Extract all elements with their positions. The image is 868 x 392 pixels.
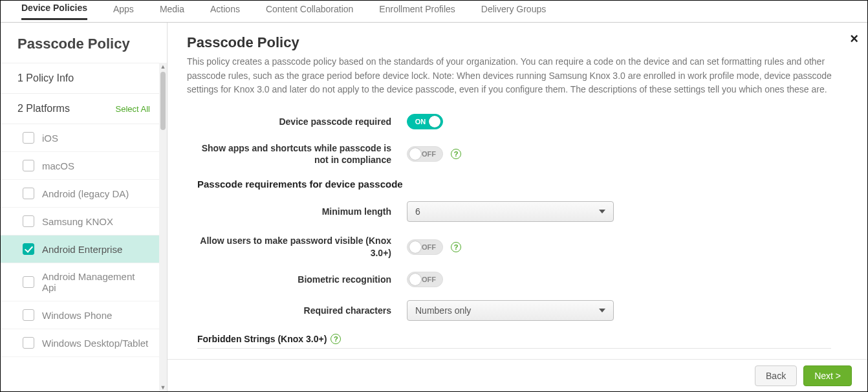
wizard-sidebar: Passcode Policy 1 Policy Info 2 Platform… — [1, 23, 168, 391]
platform-label: Android Management Api — [42, 271, 150, 293]
platform-windows-phone[interactable]: Windows Phone — [1, 301, 167, 329]
platform-windows-desktop[interactable]: Windows Desktop/Tablet — [1, 329, 167, 357]
toggle-text: OFF — [422, 276, 436, 283]
step-policy-info-label: 1 Policy Info — [17, 72, 74, 84]
dropdown-minimum-length[interactable]: 6 — [407, 201, 614, 222]
row-device-passcode-required: Device passcode required ON — [187, 114, 841, 129]
platform-android-mgmt-api[interactable]: Android Management Api — [1, 263, 167, 301]
step-platforms[interactable]: 2 Platforms Select All — [1, 94, 167, 124]
chevron-down-icon[interactable]: ▼ — [159, 384, 167, 391]
row-minimum-length: Minimum length 6 — [187, 201, 841, 222]
back-button[interactable]: Back — [755, 365, 797, 386]
chevron-down-icon — [599, 210, 605, 213]
toggle-text: ON — [415, 118, 426, 125]
checkbox-icon[interactable] — [23, 215, 34, 227]
dropdown-required-characters[interactable]: Numbers only — [407, 300, 614, 321]
sidebar-title: Passcode Policy — [1, 23, 167, 63]
divider — [197, 348, 831, 349]
platform-android-legacy[interactable]: Android (legacy DA) — [1, 180, 167, 208]
checkbox-icon[interactable] — [23, 132, 34, 144]
platform-label: iOS — [42, 133, 58, 144]
sidebar-scroll: 1 Policy Info 2 Platforms Select All iOS… — [1, 63, 167, 391]
toggle-show-apps-noncompliant[interactable]: OFF — [407, 146, 443, 162]
tab-actions[interactable]: Actions — [210, 4, 240, 19]
row-show-apps-noncompliant: Show apps and shortcuts while passcode i… — [187, 142, 841, 166]
platform-macos[interactable]: macOS — [1, 152, 167, 180]
platform-label: Windows Desktop/Tablet — [42, 338, 148, 349]
checkbox-icon[interactable] — [23, 276, 34, 288]
label-minimum-length: Minimum length — [187, 206, 407, 217]
row-biometric: Biometric recognition OFF — [187, 272, 841, 287]
row-required-characters: Required characters Numbers only — [187, 300, 841, 321]
platform-android-enterprise[interactable]: Android Enterprise — [1, 235, 167, 263]
toggle-biometric[interactable]: OFF — [407, 272, 443, 287]
step-platforms-label: 2 Platforms — [17, 103, 70, 114]
scrollbar-thumb[interactable] — [160, 72, 166, 130]
tab-media[interactable]: Media — [160, 4, 184, 19]
label-required-characters: Required characters — [187, 305, 407, 316]
wizard-footer: Back Next > — [168, 359, 867, 391]
platform-samsung-knox[interactable]: Samsung KNOX — [1, 208, 167, 235]
tab-delivery-groups[interactable]: Delivery Groups — [481, 4, 546, 19]
platform-label: Samsung KNOX — [42, 216, 113, 227]
dropdown-value: Numbers only — [415, 305, 471, 316]
row-password-visible: Allow users to make password visible (Kn… — [187, 235, 841, 258]
select-all-link[interactable]: Select All — [116, 104, 150, 114]
help-icon[interactable]: ? — [451, 149, 461, 159]
help-icon[interactable]: ? — [331, 334, 341, 344]
page-description: This policy creates a passcode policy ba… — [187, 55, 834, 97]
platform-label: Android (legacy DA) — [42, 188, 129, 199]
step-policy-info[interactable]: 1 Policy Info — [1, 63, 167, 94]
toggle-text: OFF — [422, 243, 436, 251]
platform-label: Android Enterprise — [42, 244, 122, 255]
toggle-knob — [409, 241, 421, 253]
dropdown-value: 6 — [415, 206, 420, 217]
platform-ios[interactable]: iOS — [1, 124, 167, 152]
close-icon[interactable]: × — [850, 30, 858, 47]
platform-label: macOS — [42, 160, 74, 171]
section-passcode-requirements: Passcode requirements for device passcod… — [197, 179, 841, 190]
next-button[interactable]: Next > — [803, 365, 852, 386]
toggle-device-passcode-required[interactable]: ON — [407, 114, 443, 129]
passcode-form: Device passcode required ON Show apps an… — [187, 114, 841, 349]
help-icon[interactable]: ? — [451, 242, 461, 252]
page-title: Passcode Policy — [187, 34, 841, 51]
top-tabbar: Device Policies Apps Media Actions Conte… — [1, 1, 867, 23]
label-biometric: Biometric recognition — [187, 274, 407, 285]
tab-device-policies[interactable]: Device Policies — [21, 3, 87, 20]
tab-apps[interactable]: Apps — [113, 4, 134, 19]
label-password-visible: Allow users to make password visible (Kn… — [187, 235, 407, 258]
label-show-apps-noncompliant: Show apps and shortcuts while passcode i… — [187, 142, 407, 166]
content-pane: × Passcode Policy This policy creates a … — [168, 23, 867, 391]
checkbox-icon[interactable] — [23, 188, 34, 199]
tab-enrollment-profiles[interactable]: Enrollment Profiles — [379, 4, 455, 19]
checkbox-icon[interactable] — [23, 243, 34, 255]
label-device-passcode-required: Device passcode required — [187, 116, 407, 127]
checkbox-icon[interactable] — [23, 337, 34, 349]
checkbox-icon[interactable] — [23, 309, 34, 321]
toggle-knob — [429, 116, 440, 127]
scrollbar-track[interactable]: ▲ ▼ — [159, 63, 167, 391]
toggle-text: OFF — [422, 150, 436, 158]
chevron-down-icon — [599, 309, 605, 312]
toggle-knob — [409, 274, 421, 285]
checkbox-icon[interactable] — [23, 160, 34, 171]
chevron-up-icon[interactable]: ▲ — [159, 63, 167, 71]
label-forbidden-strings: Forbidden Strings (Knox 3.0+) — [197, 334, 327, 344]
toggle-password-visible[interactable]: OFF — [407, 239, 443, 255]
toggle-knob — [409, 148, 421, 160]
tab-content-collaboration[interactable]: Content Collaboration — [266, 4, 353, 19]
platform-label: Windows Phone — [42, 310, 112, 321]
row-forbidden-strings: Forbidden Strings (Knox 3.0+) ? — [197, 334, 841, 344]
